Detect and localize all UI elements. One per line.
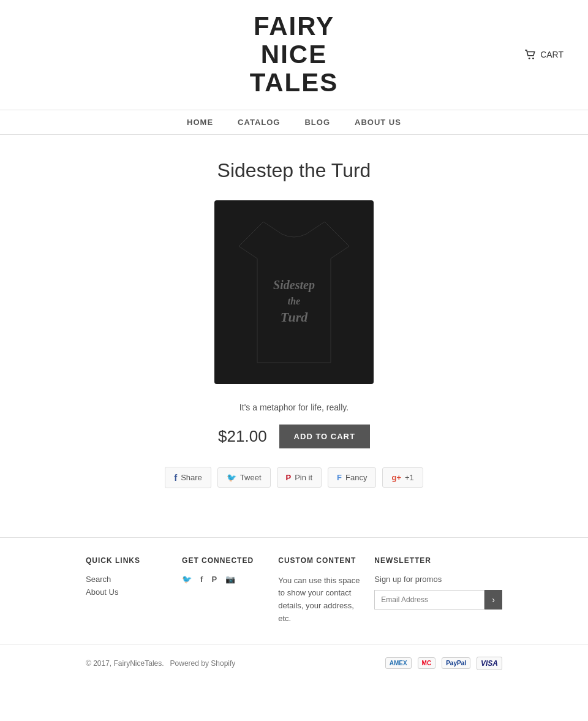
footer-link-search[interactable]: Search [86, 575, 170, 584]
nav-about-us[interactable]: ABOUT US [342, 110, 413, 134]
pinterest-share-button[interactable]: P Pin it [277, 467, 322, 488]
gplus-share-button[interactable]: g+ +1 [382, 467, 423, 488]
share-label: Share [181, 473, 202, 482]
newsletter-submit-button[interactable]: › [484, 590, 502, 610]
add-to-cart-button[interactable]: ADD TO CART [279, 425, 370, 448]
gplus-label: +1 [405, 473, 414, 482]
footer-columns: QUICK LINKS Search About Us GET CONNECTE… [0, 537, 588, 644]
site-header: FAIRY NICE TALES CART [0, 0, 588, 110]
svg-text:the: the [288, 296, 300, 306]
newsletter-signup-text: Sign up for promos [374, 575, 502, 584]
copyright-text: © 2017, FairyNiceTales. [86, 659, 164, 668]
cart-label: CART [540, 50, 564, 59]
product-image: Sidestep the Turd [214, 200, 374, 384]
custom-content-title: CUSTOM CONTENT [278, 556, 362, 565]
payment-icons: AMEX MC PayPal VISA [385, 657, 502, 670]
twitter-share-button[interactable]: 🐦 Tweet [217, 467, 271, 488]
gplus-icon: g+ [391, 473, 401, 482]
powered-by-link[interactable]: Powered by Shopify [170, 659, 236, 668]
tshirt-svg: Sidestep the Turd [227, 210, 361, 375]
cart-icon [524, 50, 537, 59]
social-share-row: f Share 🐦 Tweet P Pin it F Fancy g+ +1 [12, 467, 576, 488]
product-page: Sidestep the Turd Sidestep the Turd It's… [0, 135, 588, 537]
newsletter-email-input[interactable] [374, 590, 484, 610]
mastercard-payment-icon: MC [418, 657, 436, 669]
footer-social-icons: 🐦 f P 📷 [182, 575, 266, 587]
product-image-wrapper: Sidestep the Turd [12, 200, 576, 384]
visa-payment-icon: VISA [477, 657, 502, 670]
facebook-share-button[interactable]: f Share [165, 467, 211, 488]
newsletter-form: › [374, 590, 502, 610]
footer-bottom: © 2017, FairyNiceTales. Powered by Shopi… [0, 644, 588, 682]
custom-content-text: You can use this space to show your cont… [278, 575, 362, 625]
paypal-payment-icon: PayPal [442, 657, 470, 669]
footer-quick-links: QUICK LINKS Search About Us [86, 556, 170, 625]
footer-custom-content: CUSTOM CONTENT You can use this space to… [278, 556, 362, 625]
footer-newsletter: NEWSLETTER Sign up for promos › [374, 556, 502, 625]
tweet-label: Tweet [240, 473, 262, 482]
svg-point-0 [529, 58, 530, 59]
cart-link[interactable]: CART [524, 50, 564, 59]
nav-blog[interactable]: BLOG [292, 110, 342, 134]
amex-payment-icon: AMEX [385, 657, 412, 669]
fancy-share-button[interactable]: F Fancy [328, 467, 376, 488]
fancy-icon: F [337, 473, 342, 482]
quick-links-title: QUICK LINKS [86, 556, 170, 565]
site-logo: FAIRY NICE TALES [250, 12, 339, 97]
product-description: It's a metaphor for life, really. [12, 402, 576, 412]
footer-copyright: © 2017, FairyNiceTales. Powered by Shopi… [86, 659, 235, 668]
logo-text: FAIRY NICE TALES [250, 12, 339, 97]
footer-pinterest-icon[interactable]: P [211, 575, 217, 584]
footer-facebook-icon[interactable]: f [200, 575, 203, 584]
nav-home[interactable]: HOME [175, 110, 225, 134]
price-cart-row: $21.00 ADD TO CART [12, 425, 576, 448]
get-connected-title: GET CONNECTED [182, 556, 266, 565]
fancy-label: Fancy [345, 473, 367, 482]
product-title: Sidestep the Turd [12, 159, 576, 182]
product-price: $21.00 [218, 427, 267, 446]
footer-get-connected: GET CONNECTED 🐦 f P 📷 [182, 556, 266, 625]
twitter-icon: 🐦 [227, 473, 236, 482]
site-footer: QUICK LINKS Search About Us GET CONNECTE… [0, 537, 588, 682]
svg-text:Sidestep: Sidestep [273, 278, 315, 292]
newsletter-title: NEWSLETTER [374, 556, 502, 565]
svg-point-1 [532, 58, 534, 59]
pin-label: Pin it [295, 473, 312, 482]
footer-instagram-icon[interactable]: 📷 [225, 575, 235, 584]
main-nav: HOME CATALOG BLOG ABOUT US [0, 110, 588, 135]
footer-link-about-us[interactable]: About Us [86, 587, 170, 597]
pinterest-icon: P [286, 473, 292, 482]
svg-text:Turd: Turd [281, 309, 308, 325]
footer-twitter-icon[interactable]: 🐦 [182, 575, 192, 584]
facebook-icon: f [174, 472, 177, 483]
nav-catalog[interactable]: CATALOG [225, 110, 292, 134]
